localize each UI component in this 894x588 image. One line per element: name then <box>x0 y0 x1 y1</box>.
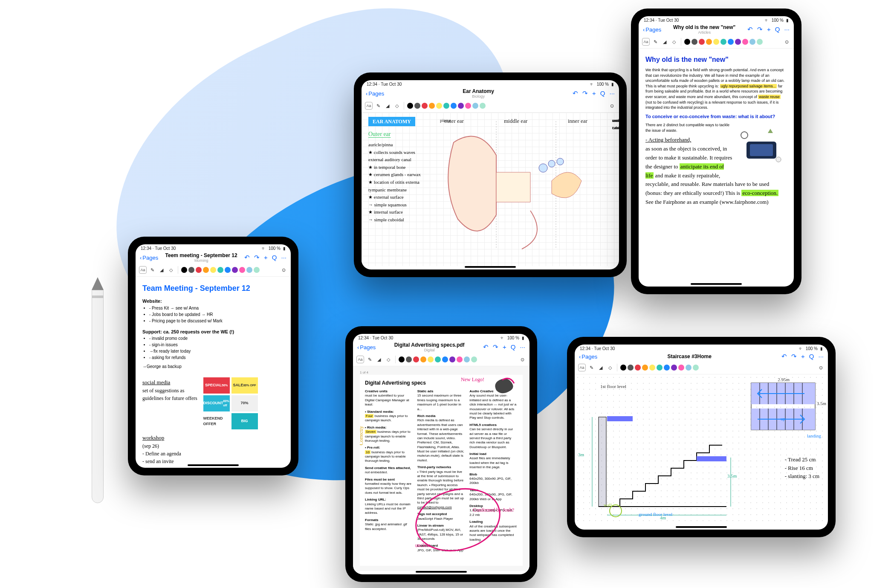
color-swatch[interactable] <box>620 365 626 371</box>
color-swatch[interactable] <box>442 356 448 362</box>
color-swatch[interactable] <box>422 103 428 109</box>
color-swatch[interactable] <box>232 267 238 273</box>
color-swatch[interactable] <box>210 267 216 273</box>
color-swatch[interactable] <box>713 39 719 45</box>
color-swatch[interactable] <box>472 103 478 109</box>
color-swatch[interactable] <box>413 356 419 362</box>
color-swatch[interactable] <box>399 356 405 362</box>
ipad-pdf-specs: 12:34 · Tue Oct 30ᯤ 100 % ▮ ‹ Pages Digi… <box>345 326 537 582</box>
redo-icon[interactable]: ↷ <box>582 90 588 97</box>
eraser-icon[interactable]: ◇ <box>167 266 175 274</box>
color-swatch[interactable] <box>735 39 741 45</box>
text-mode-button[interactable]: Aa <box>139 266 147 274</box>
undo-icon[interactable]: ↶ <box>244 254 250 261</box>
color-swatch[interactable] <box>196 267 202 273</box>
color-swatch[interactable] <box>691 39 697 45</box>
svg-rect-6 <box>750 144 773 156</box>
color-swatch[interactable] <box>239 267 245 273</box>
color-swatch[interactable] <box>628 365 634 371</box>
eraser-icon[interactable]: ◇ <box>393 102 401 110</box>
back-button[interactable]: ‹ Pages <box>579 353 597 360</box>
svg-point-8 <box>776 157 781 162</box>
wifi-icon: ᯤ <box>262 246 266 251</box>
color-swatch[interactable] <box>635 365 641 371</box>
back-button[interactable]: ‹ Pages <box>366 90 384 97</box>
text-mode-button[interactable]: Aa <box>365 102 373 110</box>
color-swatch[interactable] <box>464 356 470 362</box>
color-swatch[interactable] <box>188 267 194 273</box>
color-swatch[interactable] <box>246 267 252 273</box>
tool-settings-icon[interactable]: ⊙ <box>280 266 287 274</box>
color-swatch[interactable] <box>428 356 434 362</box>
add-icon[interactable]: + <box>592 90 596 97</box>
color-swatch[interactable] <box>406 356 412 362</box>
pen-icon[interactable]: ✎ <box>374 102 382 110</box>
color-swatch[interactable] <box>757 39 763 45</box>
ipad-staircase: 12:34 · Tue Oct 30ᯤ 100 % ▮ ‹ Pages Stai… <box>567 337 836 537</box>
color-swatch[interactable] <box>684 39 690 45</box>
svg-point-7 <box>741 132 748 139</box>
color-swatch[interactable] <box>407 103 413 109</box>
note-content[interactable]: EAR ANATOMY Outer ear auricle/pinna★ col… <box>362 113 619 266</box>
color-swatch[interactable] <box>686 365 691 371</box>
highlighter-icon[interactable]: ◢ <box>158 266 165 274</box>
color-swatch[interactable] <box>217 267 223 273</box>
add-icon[interactable]: + <box>264 254 268 261</box>
color-swatch[interactable] <box>429 103 435 109</box>
color-swatch[interactable] <box>420 356 426 362</box>
more-icon[interactable]: ··· <box>281 254 286 261</box>
color-swatch[interactable] <box>443 103 449 109</box>
staircase-elevation <box>582 379 735 519</box>
color-swatch[interactable] <box>678 365 684 371</box>
color-swatch[interactable] <box>465 103 471 109</box>
color-swatch[interactable] <box>203 267 209 273</box>
color-swatch[interactable] <box>720 39 726 45</box>
undo-icon[interactable]: ↶ <box>573 90 578 97</box>
color-swatch[interactable] <box>471 356 477 362</box>
highlighter-icon[interactable]: ◢ <box>384 102 391 110</box>
note-content[interactable]: Team Meeting - September 12 Website: - P… <box>136 277 291 464</box>
color-swatch[interactable] <box>457 356 463 362</box>
pen-icon[interactable]: ✎ <box>148 266 156 274</box>
color-swatch[interactable] <box>749 39 755 45</box>
color-swatch[interactable] <box>742 39 748 45</box>
search-icon[interactable]: Q <box>600 90 605 97</box>
color-swatch[interactable] <box>671 365 677 371</box>
color-swatch[interactable] <box>728 39 734 45</box>
color-swatch[interactable] <box>451 103 457 109</box>
color-swatch[interactable] <box>693 365 699 371</box>
color-swatch[interactable] <box>449 356 455 362</box>
color-swatch[interactable] <box>181 267 187 273</box>
color-swatch[interactable] <box>657 365 663 371</box>
color-swatch[interactable] <box>414 103 420 109</box>
note-content[interactable]: Why old is the new "new" We think that u… <box>639 49 794 283</box>
color-swatch[interactable] <box>699 39 705 45</box>
note-content[interactable]: 1st floor level ground floor level wall … <box>575 374 828 526</box>
more-icon[interactable]: ··· <box>609 90 615 97</box>
back-button[interactable]: ‹ Pages <box>643 26 661 33</box>
svg-rect-13 <box>697 456 726 461</box>
color-swatch[interactable] <box>254 267 260 273</box>
color-swatch[interactable] <box>706 39 712 45</box>
color-swatch[interactable] <box>642 365 648 371</box>
color-swatch[interactable] <box>435 356 441 362</box>
pdf-content[interactable]: 1 of 4 New Logo! Digital Advertising spe… <box>353 366 529 571</box>
promo-thumbnails: SPECIAL50%SALE80% OFFDISCOUNT60% off70%W… <box>203 377 284 429</box>
color-swatch[interactable] <box>436 103 442 109</box>
color-palette[interactable] <box>407 103 486 109</box>
back-button[interactable]: ‹ Pages <box>357 344 376 350</box>
color-swatch[interactable] <box>458 103 464 109</box>
color-swatch[interactable] <box>664 365 670 371</box>
ipad-ear-anatomy: 12:34 · Tue Oct 30 ᯤ 100 % ▮ ‹ Pages Ear… <box>354 72 627 277</box>
ear-diagram: outer ear middle ear inner ear pinna sem… <box>440 117 612 262</box>
illustration <box>736 122 787 169</box>
redo-icon[interactable]: ↷ <box>254 254 260 261</box>
color-palette[interactable] <box>181 267 260 273</box>
staircase-plan <box>747 379 819 434</box>
ipad-article: 12:34 · Tue Oct 30ᯤ 100 % ▮ ‹ Pages Why … <box>631 9 801 294</box>
color-swatch[interactable] <box>225 267 231 273</box>
search-icon[interactable]: Q <box>272 254 277 261</box>
back-button[interactable]: ‹ Pages <box>140 255 158 261</box>
color-swatch[interactable] <box>480 103 486 109</box>
color-swatch[interactable] <box>649 365 655 371</box>
